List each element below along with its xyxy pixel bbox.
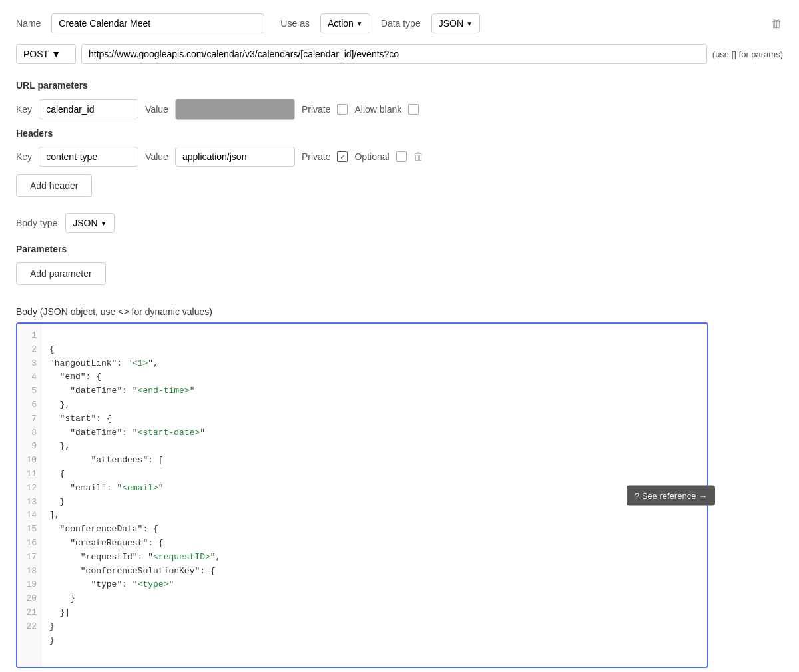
header-key-label: Key: [16, 151, 32, 162]
header-value-label: Value: [145, 151, 168, 162]
header-row: Name Use as Action ▼ Data type JSON ▼ 🗑: [16, 13, 783, 33]
header-private-checkbox[interactable]: [337, 151, 348, 162]
headers-title: Headers: [16, 128, 783, 139]
value-label: Value: [145, 104, 168, 115]
see-reference-button[interactable]: ? See reference →: [627, 485, 715, 505]
delete-icon[interactable]: 🗑: [771, 17, 783, 31]
allow-blank-label: Allow blank: [354, 104, 401, 115]
dropdown-arrow-icon: ▼: [356, 20, 363, 27]
headers-section: Headers Key Value Private Optional 🗑 Add…: [16, 128, 783, 208]
body-section: Body (JSON object, use <> for dynamic va…: [16, 306, 783, 668]
code-body[interactable]: { "hangoutLink": "<1>", "end": { "dateTi…: [41, 324, 707, 667]
calendar-id-input[interactable]: [39, 99, 138, 119]
use-as-label: Use as: [280, 18, 310, 29]
private-label: Private: [302, 104, 331, 115]
value-gray-input[interactable]: [175, 99, 295, 120]
header-data-row: Key Value Private Optional 🗑: [16, 147, 783, 167]
key-label: Key: [16, 104, 32, 115]
body-type-arrow-icon: ▼: [101, 220, 107, 227]
private-checkbox[interactable]: [337, 104, 348, 115]
name-input[interactable]: [51, 13, 264, 33]
body-type-label: Body type: [16, 218, 57, 228]
header-private-label: Private: [302, 151, 331, 162]
parameters-section: Parameters Add parameter: [16, 244, 783, 296]
body-type-row: Body type JSON ▼: [16, 213, 783, 233]
header-delete-icon[interactable]: 🗑: [413, 151, 424, 163]
url-params-title: URL parameters: [16, 80, 783, 91]
application-json-input[interactable]: [175, 147, 295, 167]
parameters-title: Parameters: [16, 244, 783, 254]
add-parameter-button[interactable]: Add parameter: [16, 262, 106, 285]
optional-label: Optional: [354, 151, 389, 162]
body-label: Body (JSON object, use <> for dynamic va…: [16, 306, 783, 317]
data-type-dropdown[interactable]: JSON ▼: [431, 13, 480, 33]
method-arrow-icon: ▼: [51, 49, 61, 59]
body-type-dropdown[interactable]: JSON ▼: [65, 213, 114, 233]
data-type-label: Data type: [381, 18, 421, 29]
url-param-row: Key Value Private Allow blank: [16, 99, 783, 120]
url-params-section: URL parameters Key Value Private Allow b…: [16, 80, 783, 120]
url-input[interactable]: [81, 44, 707, 64]
line-numbers: 12345678910111213141516171819202122: [17, 324, 41, 667]
method-dropdown[interactable]: POST ▼: [16, 44, 76, 64]
dropdown-arrow-icon2: ▼: [466, 20, 473, 27]
optional-checkbox[interactable]: [396, 151, 407, 162]
action-dropdown[interactable]: Action ▼: [320, 13, 370, 33]
allow-blank-checkbox[interactable]: [408, 104, 419, 115]
content-type-input[interactable]: [39, 147, 138, 167]
url-row: POST ▼ (use [] for params): [16, 44, 783, 64]
code-editor[interactable]: 12345678910111213141516171819202122 { "h…: [16, 322, 708, 668]
add-header-button[interactable]: Add header: [16, 174, 92, 197]
url-hint: (use [] for params): [712, 49, 783, 59]
name-label: Name: [16, 18, 41, 29]
